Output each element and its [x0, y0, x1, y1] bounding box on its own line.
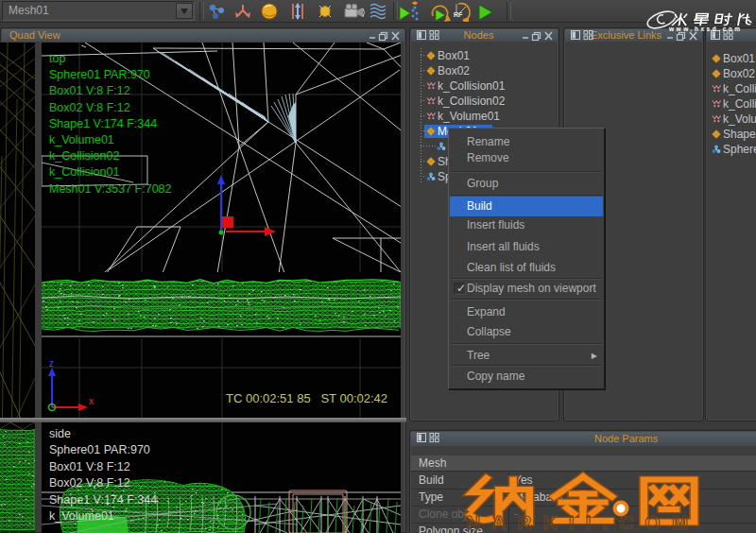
svg-text:RF: RF [454, 11, 463, 18]
svg-text:NARKII.COM: NARKII.COM [466, 511, 699, 533]
svg-text:x: x [89, 396, 94, 406]
svg-text:z: z [49, 358, 54, 369]
svg-text:www.hxsd.com: www.hxsd.com [668, 26, 743, 32]
